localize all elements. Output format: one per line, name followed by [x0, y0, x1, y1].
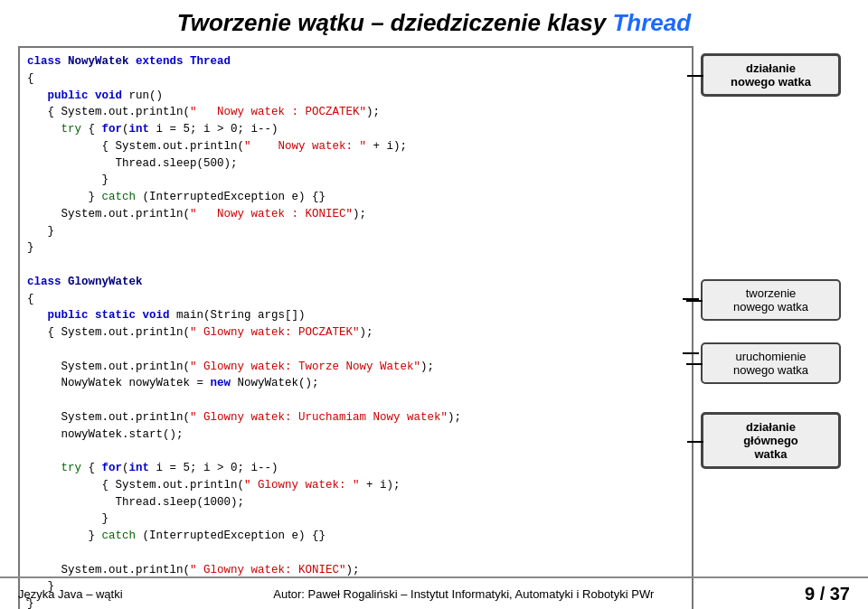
connector-line-2: [683, 352, 699, 354]
footer-center: Autor: Paweł Rogaliński – Instytut Infor…: [123, 587, 805, 601]
annotation-box-3: uruchomienienowego watka: [701, 342, 841, 384]
annotation-box-1: działanienowego watka: [701, 53, 841, 97]
content-area: class NowyWatek extends Thread { public …: [0, 46, 868, 609]
footer-left: Języka Java – wątki: [18, 587, 123, 601]
annotations-column: działanienowego watka tworzenienowego wa…: [701, 46, 850, 609]
footer: Języka Java – wątki Autor: Paweł Rogaliń…: [0, 576, 868, 609]
title-prefix: Tworzenie wątku – dziedziczenie klasy: [177, 9, 613, 36]
code-content: class NowyWatek extends Thread { public …: [27, 53, 684, 609]
annotation-box-2: tworzenienowego watka: [701, 279, 841, 321]
ann3-line: [686, 363, 703, 365]
ann4-line: [687, 441, 703, 443]
code-block: class NowyWatek extends Thread { public …: [18, 46, 693, 609]
footer-right: 9 / 37: [805, 584, 850, 604]
title-thread: Thread: [612, 9, 691, 36]
ann1-line: [687, 75, 703, 77]
slide-title: Tworzenie wątku – dziedziczenie klasy Th…: [0, 0, 868, 44]
ann2-line: [686, 300, 703, 302]
annotation-box-4: działaniegłównegowatka: [701, 412, 841, 469]
